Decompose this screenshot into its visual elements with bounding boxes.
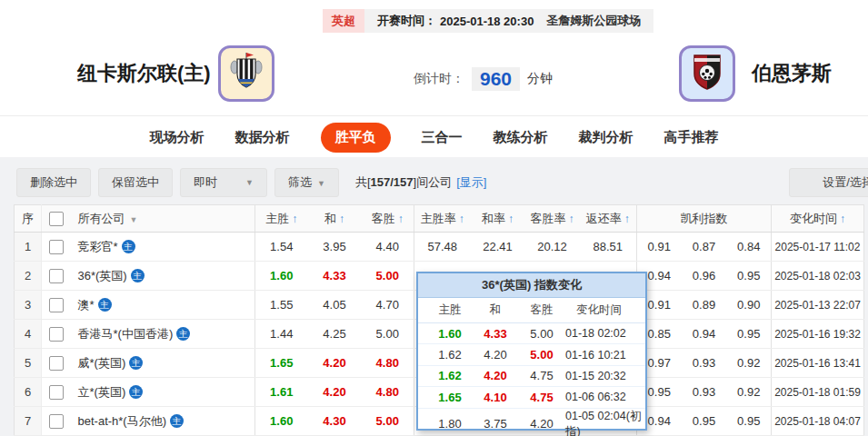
countdown-unit: 分钟 xyxy=(527,71,553,87)
chevron-down-icon: ▼ xyxy=(130,215,138,224)
popup-change-time: 01-06 06:32 xyxy=(565,391,645,403)
popup-header-row: 主胜 和 客胜 变化时间 xyxy=(418,298,645,323)
tab-win-draw-lose[interactable]: 胜平负 xyxy=(321,123,391,153)
kickoff-time: 2025-01-18 20:30 xyxy=(440,15,534,28)
countdown-value: 960 xyxy=(472,67,520,91)
home-badge-icon: 主 xyxy=(122,240,135,253)
row-checkbox[interactable] xyxy=(49,385,64,400)
kelly-cell: 0.84 xyxy=(727,233,772,262)
odds-cell[interactable]: 3.95 xyxy=(308,233,362,262)
settings-select-button[interactable]: 设置/选择 xyxy=(789,168,868,197)
popup-odds-value: 4.20 xyxy=(473,369,518,382)
change-time: 2025-01-18 02:03 xyxy=(772,262,864,291)
home-badge-icon: 主 xyxy=(129,385,143,399)
row-checkbox[interactable] xyxy=(49,298,64,312)
odds-cell[interactable]: 4.80 xyxy=(362,349,414,378)
odds-cell[interactable]: 5.00 xyxy=(362,262,414,291)
col-home-win[interactable]: 主胜↑ xyxy=(255,205,308,233)
odds-cell[interactable]: 1.44 xyxy=(255,320,308,349)
row-checkbox-cell xyxy=(42,378,71,407)
tab-coach-analysis[interactable]: 教练分析 xyxy=(494,129,548,146)
col-away-win[interactable]: 客胜↑ xyxy=(362,205,414,233)
kelly-cell: 0.92 xyxy=(727,349,772,378)
odds-cell[interactable]: 5.00 xyxy=(362,320,414,349)
col-home-rate[interactable]: 主胜率↑ xyxy=(414,205,471,233)
row-checkbox[interactable] xyxy=(49,327,64,342)
row-checkbox[interactable] xyxy=(49,269,64,283)
popup-odds-value: 4.75 xyxy=(518,369,565,382)
kickoff-info: 开赛时间： 2025-01-18 20:30 圣詹姆斯公园球场 xyxy=(364,9,653,33)
popup-odds-value: 1.65 xyxy=(427,391,473,404)
countdown: 倒计时： 960 分钟 xyxy=(414,67,553,91)
row-checkbox[interactable] xyxy=(49,356,64,371)
popup-history-row: 1.624.205.0001-16 10:21 xyxy=(418,344,645,365)
sort-asc-icon: ↑ xyxy=(398,213,404,225)
tab-referee-analysis[interactable]: 裁判分析 xyxy=(579,129,634,146)
keep-selected-button[interactable]: 保留选中 xyxy=(98,168,173,197)
company-name[interactable]: 澳*主 xyxy=(71,291,255,320)
sort-asc-icon: ↑ xyxy=(339,213,344,225)
kelly-cell: 0.92 xyxy=(727,378,772,407)
odds-cell[interactable]: 4.80 xyxy=(362,378,414,407)
rate-cell: 20.12 xyxy=(525,233,580,262)
popup-odds-value: 1.60 xyxy=(427,327,473,341)
kelly-cell: 0.95 xyxy=(682,407,727,436)
row-checkbox[interactable] xyxy=(49,240,64,254)
filter-dropdown[interactable]: 筛选▼ xyxy=(274,168,339,197)
col-draw-rate[interactable]: 和率↑ xyxy=(471,205,525,233)
company-name[interactable]: bet-at-h*(马尔他)主 xyxy=(71,407,255,436)
delete-selected-button[interactable]: 删除选中 xyxy=(16,168,91,197)
odds-cell[interactable]: 1.61 xyxy=(255,378,308,407)
tab-expert-picks[interactable]: 高手推荐 xyxy=(664,129,719,146)
company-name[interactable]: 竞彩官*主 xyxy=(71,233,255,262)
sort-asc-icon: ↑ xyxy=(292,213,297,225)
odds-cell[interactable]: 4.20 xyxy=(308,378,362,407)
company-name[interactable]: 36*(英国)主 xyxy=(71,262,255,291)
nav-tabs: 现场分析数据分析胜平负三合一教练分析裁判分析高手推荐 xyxy=(0,115,868,158)
odds-cell[interactable]: 1.65 xyxy=(255,349,308,378)
col-draw[interactable]: 和↑ xyxy=(308,205,362,233)
show-link[interactable]: [显示] xyxy=(456,175,486,189)
odds-cell[interactable]: 1.54 xyxy=(255,233,308,262)
row-seq: 2 xyxy=(15,262,42,291)
tab-three-in-one[interactable]: 三合一 xyxy=(422,129,463,146)
odds-cell[interactable]: 4.30 xyxy=(308,407,362,436)
row-checkbox[interactable] xyxy=(49,414,64,429)
odds-cell[interactable]: 4.40 xyxy=(362,233,414,262)
row-checkbox-cell xyxy=(42,262,71,291)
col-payout-rate[interactable]: 返还率↑ xyxy=(580,205,637,233)
col-change-time[interactable]: 变化时间↑ xyxy=(772,205,864,233)
odds-cell[interactable]: 4.25 xyxy=(308,320,362,349)
odds-cell[interactable]: 1.60 xyxy=(255,262,308,291)
league-badge[interactable]: 英超 xyxy=(323,9,364,33)
popup-col-change-time: 变化时间 xyxy=(565,302,645,318)
company-name[interactable]: 威*(英国)主 xyxy=(71,349,255,378)
odds-cell[interactable]: 1.55 xyxy=(255,291,308,320)
popup-change-time: 01-05 02:04(初指) xyxy=(565,409,645,436)
company-name[interactable]: 香港马*(中国香港)主 xyxy=(71,320,255,349)
popup-odds-value: 4.33 xyxy=(473,327,518,341)
kelly-cell: 0.91 xyxy=(637,233,682,262)
odds-cell[interactable]: 4.70 xyxy=(362,291,414,320)
odds-cell[interactable]: 4.20 xyxy=(308,349,362,378)
tab-data-analysis[interactable]: 数据分析 xyxy=(235,129,290,146)
odds-cell[interactable]: 4.33 xyxy=(308,262,362,291)
odds-cell[interactable]: 5.00 xyxy=(362,407,414,436)
row-seq: 1 xyxy=(15,233,42,262)
col-away-rate[interactable]: 客胜率↑ xyxy=(525,205,580,233)
tab-live-analysis[interactable]: 现场分析 xyxy=(150,129,205,146)
company-name[interactable]: 立*(英国)主 xyxy=(71,378,255,407)
row-checkbox-cell xyxy=(42,320,71,349)
col-company[interactable]: 所有公司▼ xyxy=(71,205,255,233)
sort-asc-icon: ↑ xyxy=(508,213,514,225)
odds-cell[interactable]: 1.60 xyxy=(255,407,308,436)
kelly-cell: 0.95 xyxy=(727,407,772,436)
change-time: 2025-01-17 11:02 xyxy=(772,233,864,262)
newcastle-crest-icon xyxy=(225,51,267,96)
select-all-checkbox[interactable] xyxy=(49,212,64,226)
odds-cell[interactable]: 4.05 xyxy=(308,291,362,320)
popup-odds-value: 1.62 xyxy=(427,369,473,382)
popup-history-row: 1.654.104.7501-06 06:32 xyxy=(418,387,645,408)
time-filter-dropdown[interactable]: 即时▼ xyxy=(180,168,267,197)
popup-col-home-win: 主胜 xyxy=(427,302,473,318)
